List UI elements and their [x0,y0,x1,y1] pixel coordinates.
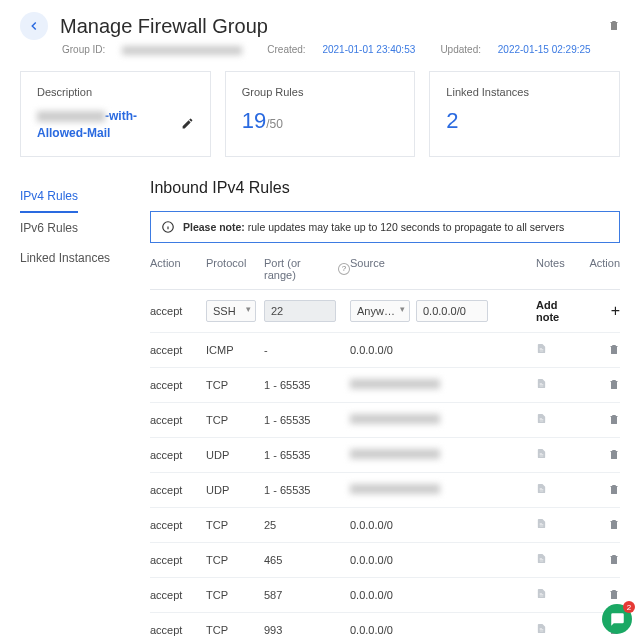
updated-date: 2022-01-15 02:29:25 [498,44,591,55]
group-rules-count: 19 [242,108,266,133]
view-note-button[interactable] [536,482,580,497]
chat-button[interactable]: 2 [602,604,632,634]
main-section-title: Inbound IPv4 Rules [150,179,620,197]
tab-ipv6-rules[interactable]: IPv6 Rules [20,213,130,243]
rule-row: acceptUDP1 - 65535 [150,473,620,508]
tab-linked-instances[interactable]: Linked Instances [20,243,130,273]
note-icon [536,412,547,425]
chat-badge: 2 [623,601,635,613]
delete-rule-button[interactable] [580,447,620,463]
arrow-left-icon [27,19,41,33]
view-note-button[interactable] [536,622,580,637]
col-action-header: Action [150,257,206,281]
col-rowaction-header: Action [580,257,620,281]
created-label: Created: [267,44,305,55]
protocol-select[interactable]: SSH [206,300,256,322]
rule-row: acceptUDP1 - 65535 [150,438,620,473]
group-rules-title: Group Rules [242,86,399,98]
col-protocol-header: Protocol [206,257,264,281]
source-ip-input[interactable] [416,300,488,322]
trash-icon [608,377,620,391]
trash-icon [608,342,620,356]
source-mode-select[interactable]: Anyw… [350,300,410,322]
delete-rule-button[interactable] [580,412,620,428]
view-note-button[interactable] [536,342,580,357]
new-rule-action: accept [150,305,206,317]
back-button[interactable] [20,12,48,40]
trash-icon [608,517,620,531]
propagation-note: Please note: rule updates may take up to… [150,211,620,243]
note-icon [536,552,547,565]
rule-row: acceptTCP1 - 65535 [150,368,620,403]
view-note-button[interactable] [536,517,580,532]
description-text: -with- Allowed-Mail [37,108,137,142]
col-port-header: Port (or range)? [264,257,350,281]
sidebar: IPv4 Rules IPv6 Rules Linked Instances [20,179,130,639]
rule-row: acceptTCP250.0.0.0/0 [150,508,620,543]
port-input[interactable] [264,300,336,322]
col-notes-header: Notes [536,257,580,281]
note-icon [536,342,547,355]
delete-group-button[interactable] [608,18,620,35]
rule-row: acceptTCP4650.0.0.0/0 [150,543,620,578]
delete-rule-button[interactable] [580,482,620,498]
group-rules-max: /50 [266,117,283,131]
view-note-button[interactable] [536,552,580,567]
updated-label: Updated: [440,44,481,55]
note-icon [536,587,547,600]
delete-rule-button[interactable] [580,587,620,603]
add-rule-button[interactable]: + [580,302,620,320]
page-title: Manage Firewall Group [60,15,596,38]
group-rules-card: Group Rules 19/50 [225,71,416,157]
view-note-button[interactable] [536,412,580,427]
linked-instances-count: 2 [446,108,603,134]
info-icon [161,220,175,234]
table-header: Action Protocol Port (or range)? Source … [150,257,620,290]
rule-row: acceptTCP5870.0.0.0/0 [150,578,620,613]
trash-icon [608,412,620,426]
col-source-header: Source [350,257,536,281]
trash-icon [608,482,620,496]
delete-rule-button[interactable] [580,377,620,393]
trash-icon [608,447,620,461]
linked-instances-card: Linked Instances 2 [429,71,620,157]
view-note-button[interactable] [536,447,580,462]
help-icon[interactable]: ? [338,263,350,275]
note-icon [536,447,547,460]
note-icon [536,622,547,635]
delete-rule-button[interactable] [580,552,620,568]
chat-icon [610,612,625,627]
rule-row: acceptTCP1 - 65535 [150,403,620,438]
pencil-icon [181,117,194,130]
group-id-value [122,46,242,55]
group-id-label: Group ID: [62,44,105,55]
linked-instances-title: Linked Instances [446,86,603,98]
view-note-button[interactable] [536,377,580,392]
rule-row: acceptTCP9930.0.0.0/0 [150,613,620,639]
description-card: Description -with- Allowed-Mail [20,71,211,157]
tab-ipv4-rules[interactable]: IPv4 Rules [20,181,78,213]
new-rule-row: accept SSH Anyw… Add note + [150,290,620,333]
trash-icon [608,18,620,32]
trash-icon [608,552,620,566]
meta-row: Group ID: Created: 2021-01-01 23:40:53 U… [0,44,640,71]
trash-icon [608,587,620,601]
note-icon [536,482,547,495]
note-icon [536,377,547,390]
add-note-button[interactable]: Add note [536,299,580,323]
view-note-button[interactable] [536,587,580,602]
created-date: 2021-01-01 23:40:53 [322,44,415,55]
note-icon [536,517,547,530]
delete-rule-button[interactable] [580,342,620,358]
rule-row: acceptICMP-0.0.0.0/0 [150,333,620,368]
delete-rule-button[interactable] [580,517,620,533]
edit-description-button[interactable] [181,117,194,133]
description-card-title: Description [37,86,194,98]
